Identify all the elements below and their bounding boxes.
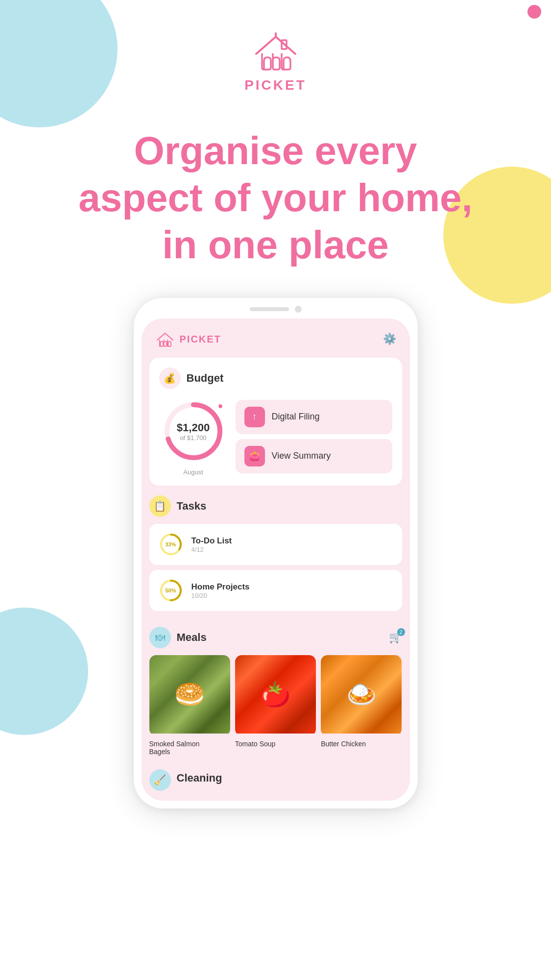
task-item-projects[interactable]: 50% Home Projects 10/20 (149, 570, 402, 611)
logo-container: PICKET (244, 29, 307, 93)
projects-name: Home Projects (192, 582, 250, 592)
settings-icon[interactable]: ⚙️ (383, 333, 396, 345)
notch-dot (295, 306, 302, 313)
tasks-title: Tasks (177, 500, 207, 513)
budget-card: 💰 Budget (149, 358, 402, 486)
meal-name-chicken: Butter Chicken (321, 740, 402, 748)
budget-month: August (183, 468, 203, 476)
app-inner-logo-text: PICKET (180, 334, 221, 345)
phone-mockup: PICKET ⚙️ 💰 Budget (0, 298, 551, 808)
app-inner-logo: PICKET (155, 330, 221, 348)
wallet-icon: 👛 (244, 446, 265, 466)
meal-img-bagels: 🥯 (149, 655, 230, 736)
tomato-emoji: 🍅 (260, 680, 290, 709)
phone-screen: PICKET ⚙️ 💰 Budget (142, 318, 410, 801)
view-summary-label: View Summary (272, 451, 331, 461)
app-inner-logo-icon (155, 330, 175, 348)
task-list: 33% To-Do List 4/12 (149, 524, 402, 611)
budget-total-amount: of $1,700 (177, 434, 210, 441)
phone-notch (142, 306, 410, 313)
bagels-emoji: 🥯 (174, 680, 205, 709)
meal-item-tomato[interactable]: 🍅 Tomato Soup (235, 655, 316, 756)
budget-donut-chart: $1,200 of $1,700 (159, 397, 228, 466)
projects-percent: 50% (165, 588, 176, 593)
app-logo-icon (251, 29, 300, 74)
todo-name: To-Do List (192, 536, 232, 546)
meals-title: Meals (177, 631, 207, 644)
digital-filing-button[interactable]: ↑ Digital Filing (236, 400, 392, 434)
phone-frame: PICKET ⚙️ 💰 Budget (134, 298, 418, 808)
cart-badge: 2 (397, 628, 405, 636)
digital-filing-label: Digital Filing (272, 412, 320, 422)
meal-grid: 🥯 Smoked SalmonBagels 🍅 Tomato Soup (149, 655, 402, 756)
budget-current-amount: $1,200 (177, 421, 210, 434)
projects-count: 10/20 (192, 592, 250, 599)
cleaning-section: 🧹 Cleaning (142, 761, 410, 801)
todo-percent: 33% (165, 541, 176, 547)
meal-name-bagels: Smoked SalmonBagels (149, 740, 230, 756)
todo-progress-ring: 33% (158, 532, 184, 557)
tasks-icon: 📋 (149, 495, 171, 517)
tasks-section: 📋 Tasks 33% To-Do (142, 491, 410, 617)
app-top-bar: PICKET ⚙️ (142, 318, 410, 358)
meal-name-tomato: Tomato Soup (235, 740, 316, 748)
cleaning-icon: 🧹 (149, 769, 171, 791)
todo-info: To-Do List 4/12 (192, 536, 232, 553)
meals-section: 🍽 Meals 🛒 2 🥯 (142, 617, 410, 761)
task-item-todo[interactable]: 33% To-Do List 4/12 (149, 524, 402, 565)
budget-actions: ↑ Digital Filing 👛 View Summary (236, 400, 392, 473)
budget-content: $1,200 of $1,700 August ↑ Digital Filing (159, 397, 392, 476)
meal-img-tomato: 🍅 (235, 655, 316, 736)
meals-icon: 🍽 (149, 627, 171, 648)
tasks-header: 📋 Tasks (149, 491, 402, 524)
view-summary-button[interactable]: 👛 View Summary (236, 439, 392, 473)
meal-item-bagels[interactable]: 🥯 Smoked SalmonBagels (149, 655, 230, 756)
chicken-emoji: 🍛 (346, 680, 377, 709)
meals-header: 🍽 Meals 🛒 2 (149, 623, 402, 655)
projects-progress-ring: 50% (158, 578, 184, 603)
meal-item-chicken[interactable]: 🍛 Butter Chicken (321, 655, 402, 756)
hero-headline: Organise every aspect of your home, in o… (39, 127, 512, 269)
meal-img-chicken: 🍛 (321, 655, 402, 736)
upload-icon: ↑ (244, 407, 265, 427)
meals-header-left: 🍽 Meals (149, 627, 207, 648)
cleaning-title: Cleaning (177, 772, 222, 784)
budget-amount-label: $1,200 of $1,700 (177, 421, 210, 441)
notch-pill (250, 307, 289, 311)
budget-title: Budget (187, 372, 224, 385)
budget-title-row: 💰 Budget (159, 368, 392, 389)
logo-text: PICKET (244, 77, 307, 93)
budget-icon: 💰 (159, 368, 181, 389)
shopping-cart-container[interactable]: 🛒 2 (389, 631, 402, 644)
projects-info: Home Projects 10/20 (192, 582, 250, 599)
hero-section: Organise every aspect of your home, in o… (0, 108, 551, 298)
app-header: PICKET (0, 0, 551, 108)
todo-count: 4/12 (192, 546, 232, 553)
